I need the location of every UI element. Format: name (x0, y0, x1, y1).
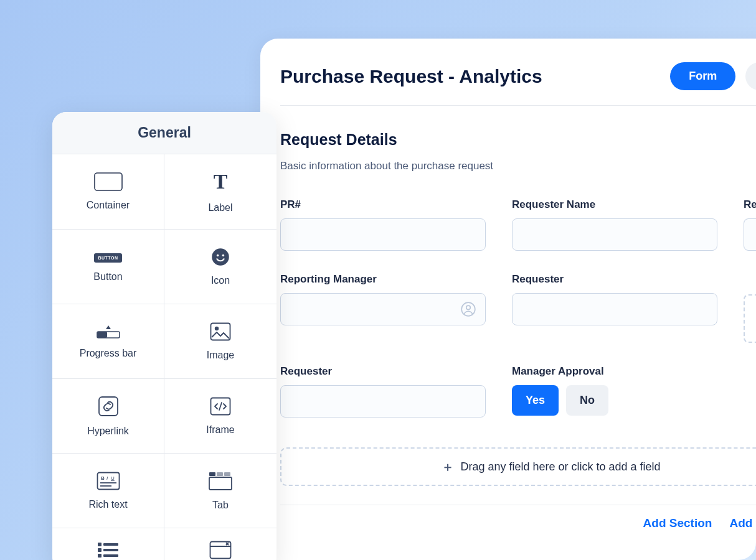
svg-text:U: U (111, 475, 115, 481)
svg-rect-28 (103, 554, 118, 557)
container-icon (94, 172, 123, 191)
svg-point-4 (217, 254, 219, 256)
form-header: Purchase Request - Analytics Form Workfl… (280, 62, 756, 106)
palette-label: Tab (212, 500, 229, 511)
palette-label: Container (87, 200, 130, 211)
svg-text:B: B (101, 475, 105, 481)
richtext-icon: BIU (97, 472, 120, 490)
label-requester-name: Requester Name (512, 198, 717, 211)
field-requester-name: Requester Name (512, 198, 717, 251)
text-icon: T (214, 170, 228, 194)
palette-item-button[interactable]: BUTTON Button (52, 229, 164, 304)
palette-item-container[interactable]: Container (52, 154, 164, 229)
approval-no-button[interactable]: No (566, 385, 608, 416)
field-dropzone[interactable]: ＋ Drag any field here or click to add a … (280, 447, 756, 486)
input-pr-number[interactable] (280, 218, 486, 251)
link-icon (98, 396, 119, 417)
palette-item-label[interactable]: T Label (164, 154, 276, 229)
add-table-button[interactable]: Add table (729, 516, 756, 530)
palette-label: Rich text (88, 499, 127, 510)
field-requester-3: Requester (280, 365, 486, 418)
tab-form[interactable]: Form (670, 62, 735, 90)
approval-yes-button[interactable]: Yes (512, 385, 559, 416)
field-placeholder-dashed (744, 273, 756, 343)
svg-point-1 (466, 306, 471, 310)
svg-rect-27 (98, 554, 102, 558)
palette-item-hyperlink[interactable]: Hyperlink (52, 378, 164, 453)
svg-rect-19 (209, 472, 215, 476)
palette-label: Progress bar (80, 348, 137, 359)
palette-item-richtext[interactable]: BIU Rich text (52, 453, 164, 528)
palette-item-iframe[interactable]: Iframe (164, 378, 276, 453)
palette-label: Iframe (206, 424, 234, 436)
tab-icon (208, 471, 233, 491)
svg-rect-8 (97, 332, 107, 338)
svg-point-5 (222, 254, 225, 256)
form-builder-panel: Purchase Request - Analytics Form Workfl… (260, 39, 756, 560)
svg-rect-20 (217, 472, 223, 476)
palette-item-image[interactable]: Image (164, 304, 276, 378)
svg-rect-9 (211, 323, 230, 340)
list-icon (98, 541, 119, 559)
dropzone-text: Drag any field here or click to add a fi… (460, 460, 660, 474)
palette-item-partial-left[interactable] (52, 528, 164, 560)
tab-workflow[interactable]: Workflow (745, 62, 756, 90)
approval-toggle: Yes No (512, 385, 717, 416)
palette-heading: General (52, 112, 276, 154)
field-manager-approval: Manager Approval Yes No (512, 365, 717, 418)
section-description: Basic information about the purchase req… (280, 160, 756, 172)
svg-rect-25 (98, 548, 102, 552)
svg-point-3 (212, 248, 229, 266)
palette-label: Image (207, 350, 234, 361)
palette-item-tab[interactable]: Tab (164, 453, 276, 528)
field-requester-2: Requester (512, 273, 717, 343)
svg-rect-21 (224, 472, 230, 476)
palette-label: Label (208, 202, 232, 213)
palette-label: Hyperlink (87, 426, 129, 437)
svg-rect-24 (103, 543, 118, 546)
component-palette: General Container T Label BUTTON Button … (52, 112, 276, 560)
field-reporting-manager: Reporting Manager (280, 273, 486, 343)
label-reporting-manager: Reporting Manager (280, 273, 486, 286)
svg-rect-22 (209, 477, 232, 490)
palette-label: Icon (211, 275, 230, 286)
svg-point-10 (215, 327, 219, 330)
user-icon (460, 301, 476, 317)
field-pr-number: PR# (280, 198, 486, 251)
palette-item-partial-right[interactable] (164, 528, 276, 560)
code-icon (210, 397, 231, 416)
palette-label: Button (93, 271, 122, 282)
svg-text:I: I (106, 475, 108, 481)
smiley-icon (211, 248, 230, 266)
form-footer-actions: Add Section Add table (280, 505, 756, 530)
progressbar-icon (96, 324, 121, 339)
page-title: Purchase Request - Analytics (280, 66, 542, 87)
label-requester-2: Requester (512, 273, 717, 286)
add-section-button[interactable]: Add Section (643, 516, 712, 530)
dashed-placeholder[interactable] (744, 294, 756, 343)
svg-rect-2 (95, 173, 122, 190)
image-icon (210, 322, 231, 341)
button-icon: BUTTON (94, 251, 121, 263)
input-re-trunc[interactable] (744, 218, 756, 251)
field-grid: PR# Requester Name Re Reporting Manager … (280, 198, 756, 418)
input-reporting-manager[interactable] (280, 293, 486, 325)
svg-rect-26 (103, 549, 118, 551)
label-requester-3: Requester (280, 365, 486, 378)
svg-rect-23 (98, 543, 102, 546)
label-re-trunc: Re (744, 198, 756, 211)
input-requester-name[interactable] (512, 218, 717, 251)
svg-rect-11 (99, 397, 118, 416)
window-icon (209, 541, 232, 559)
field-truncated-re: Re (744, 198, 756, 251)
section-heading: Request Details (280, 131, 756, 149)
input-requester-2[interactable] (512, 293, 717, 325)
input-requester-3[interactable] (280, 385, 486, 418)
label-pr-number: PR# (280, 198, 486, 211)
palette-item-progressbar[interactable]: Progress bar (52, 304, 164, 378)
palette-item-icon[interactable]: Icon (164, 229, 276, 304)
svg-marker-6 (106, 325, 111, 329)
plus-icon: ＋ (442, 459, 454, 475)
label-manager-approval: Manager Approval (512, 365, 717, 378)
view-switcher: Form Workflow (670, 62, 756, 90)
